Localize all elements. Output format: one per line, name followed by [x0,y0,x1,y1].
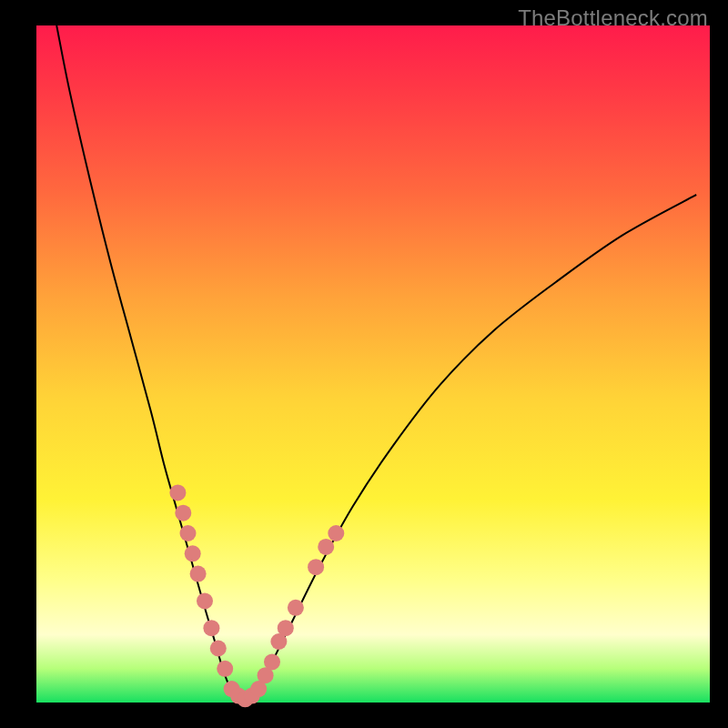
plot-area [36,25,710,703]
data-points [169,484,344,707]
data-point [210,641,227,657]
bottleneck-curve [56,25,696,700]
data-point [264,653,280,670]
data-point [278,620,294,636]
data-point [175,505,191,521]
data-point [190,566,207,582]
chart-overlay [36,25,710,703]
data-point [217,661,233,677]
data-point [180,525,197,541]
data-point [288,600,304,616]
chart-frame: TheBottleneck.com [0,0,728,728]
data-point [185,545,201,561]
data-point [169,484,186,500]
data-point [318,539,334,555]
data-point [308,559,324,575]
data-point [203,620,219,636]
data-point [328,525,344,541]
data-point [197,592,213,609]
